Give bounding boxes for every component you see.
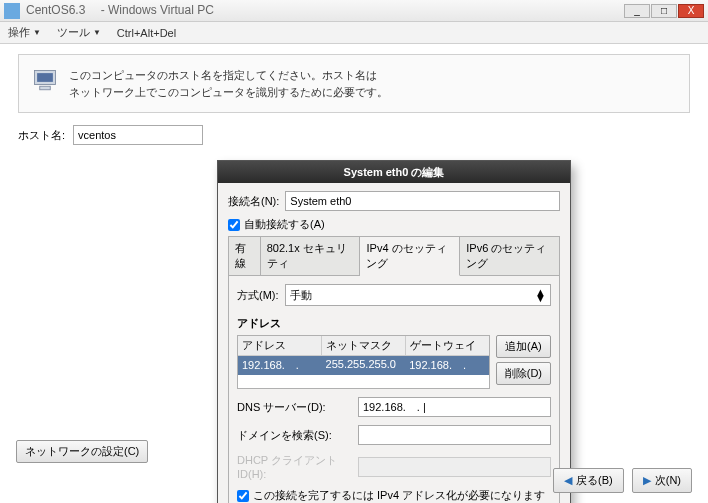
autoconnect-checkbox[interactable] <box>228 219 240 231</box>
autoconnect-label: 自動接続する(A) <box>244 217 325 232</box>
add-button[interactable]: 追加(A) <box>496 335 551 358</box>
hdr-gateway: ゲートウェイ <box>406 336 489 355</box>
host-info-box: このコンピュータのホスト名を指定してください。ホスト名は ネットワーク上でこのコ… <box>18 54 690 113</box>
menu-cad[interactable]: Ctrl+Alt+Del <box>117 27 176 39</box>
cell-address: 192.168. . <box>238 356 322 375</box>
hostname-label: ホスト名: <box>18 128 65 143</box>
dialog-title: System eth0 の編集 <box>218 161 570 183</box>
table-row[interactable]: 192.168. . 255.255.255.0 192.168. . <box>238 356 489 375</box>
addresses-body: 192.168. . 255.255.255.0 192.168. . <box>238 356 489 388</box>
method-value: 手動 <box>290 288 312 303</box>
dns-input[interactable]: 192.168. . | <box>358 397 551 417</box>
method-row: 方式(M): 手動 ▲▼ <box>237 284 551 306</box>
hostname-row: ホスト名: <box>18 125 690 145</box>
computer-icon <box>31 67 59 95</box>
domain-input[interactable] <box>358 425 551 445</box>
require-ipv4-checkbox[interactable] <box>237 490 249 502</box>
next-button[interactable]: ▶次(N) <box>632 468 692 493</box>
cell-netmask: 255.255.255.0 <box>322 356 406 375</box>
addresses-table: アドレス ネットマスク ゲートウェイ 192.168. . 255.255.25… <box>237 335 490 389</box>
method-combo[interactable]: 手動 ▲▼ <box>285 284 551 306</box>
hdr-netmask: ネットマスク <box>322 336 406 355</box>
menu-tool[interactable]: ツール▼ <box>57 25 101 40</box>
close-button[interactable]: X <box>678 4 704 18</box>
domain-label: ドメインを検索(S): <box>237 428 352 443</box>
dhcp-label: DHCP クライアント ID(H): <box>237 453 352 480</box>
nav-buttons: ◀戻る(B) ▶次(N) <box>553 468 692 493</box>
maximize-button[interactable]: □ <box>651 4 677 18</box>
back-button[interactable]: ◀戻る(B) <box>553 468 624 493</box>
network-config-button[interactable]: ネットワークの設定(C) <box>16 440 148 463</box>
addresses-buttons: 追加(A) 削除(D) <box>496 335 551 389</box>
menu-action[interactable]: 操作▼ <box>8 25 41 40</box>
domain-row: ドメインを検索(S): <box>237 425 551 445</box>
tab-pane-ipv4: 方式(M): 手動 ▲▼ アドレス アドレス ネットマスク ゲートウェイ <box>228 275 560 503</box>
connection-name-label: 接続名(N): <box>228 194 279 209</box>
hdr-address: アドレス <box>238 336 322 355</box>
vm-icon <box>4 3 20 19</box>
arrow-left-icon: ◀ <box>564 474 572 487</box>
host-text: このコンピュータのホスト名を指定してください。ホスト名は ネットワーク上でこのコ… <box>69 67 388 100</box>
window-title: CentOS6.3 - Windows Virtual PC <box>26 2 624 19</box>
dialog-body: 接続名(N): 自動接続する(A) 有線 802.1x セキュリティ IPv4 … <box>218 183 570 503</box>
host-text-line1: このコンピュータのホスト名を指定してください。ホスト名は <box>69 67 388 84</box>
tab-ipv4[interactable]: IPv4 のセッティング <box>360 237 460 276</box>
connection-name-row: 接続名(N): <box>228 191 560 211</box>
window-buttons: _ □ X <box>624 4 704 18</box>
method-label: 方式(M): <box>237 288 279 303</box>
menubar: 操作▼ ツール▼ Ctrl+Alt+Del <box>0 22 708 44</box>
combo-carets-icon: ▲▼ <box>535 289 546 301</box>
minimize-button[interactable]: _ <box>624 4 650 18</box>
dns-label: DNS サーバー(D): <box>237 400 352 415</box>
addresses-title: アドレス <box>237 316 551 331</box>
require-ipv4-row: この接続を完了するには IPv4 アドレス化が必要になります <box>237 488 551 503</box>
tab-ipv6[interactable]: IPv6 のセッティング <box>460 237 559 275</box>
dns-row: DNS サーバー(D): 192.168. . | <box>237 397 551 417</box>
addresses-header: アドレス ネットマスク ゲートウェイ <box>238 336 489 356</box>
tab-8021x[interactable]: 802.1x セキュリティ <box>261 237 361 275</box>
delete-button[interactable]: 削除(D) <box>496 362 551 385</box>
host-text-line2: ネットワーク上でこのコンピュータを識別するために必要です。 <box>69 84 388 101</box>
require-ipv4-label: この接続を完了するには IPv4 アドレス化が必要になります <box>253 488 545 503</box>
autoconnect-row: 自動接続する(A) <box>228 217 560 232</box>
hostname-input[interactable] <box>73 125 203 145</box>
tab-wired[interactable]: 有線 <box>229 237 261 275</box>
arrow-right-icon: ▶ <box>643 474 651 487</box>
tabs: 有線 802.1x セキュリティ IPv4 のセッティング IPv6 のセッティ… <box>228 236 560 275</box>
edit-connection-dialog: System eth0 の編集 接続名(N): 自動接続する(A) 有線 802… <box>217 160 571 503</box>
cell-gateway: 192.168. . <box>405 356 489 375</box>
connection-name-input[interactable] <box>285 191 560 211</box>
window-titlebar: CentOS6.3 - Windows Virtual PC _ □ X <box>0 0 708 22</box>
dhcp-row: DHCP クライアント ID(H): <box>237 453 551 480</box>
host-panel: このコンピュータのホスト名を指定してください。ホスト名は ネットワーク上でこのコ… <box>0 44 708 155</box>
svg-rect-2 <box>40 86 51 90</box>
addresses-block: アドレス ネットマスク ゲートウェイ 192.168. . 255.255.25… <box>237 335 551 389</box>
dhcp-input <box>358 457 551 477</box>
svg-rect-1 <box>37 73 53 82</box>
